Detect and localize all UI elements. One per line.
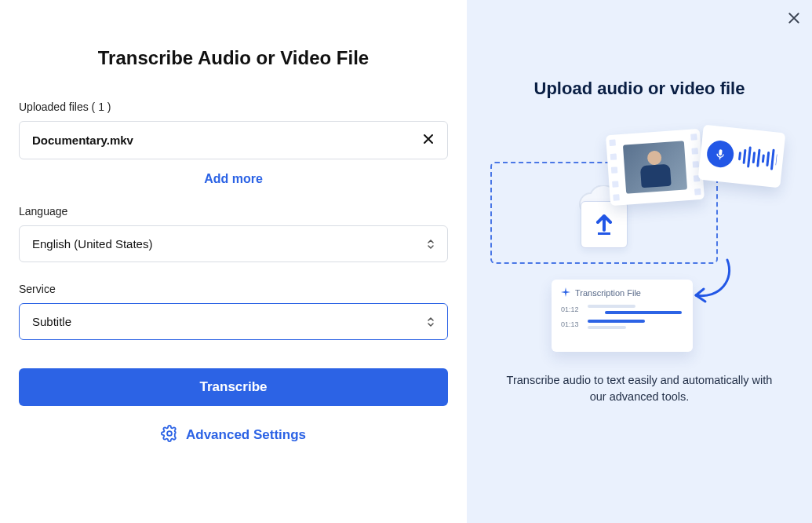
upload-card-icon xyxy=(581,201,628,248)
uploaded-file-row: Documentary.mkv xyxy=(19,121,448,159)
service-select[interactable]: Subtitle xyxy=(19,303,448,340)
advanced-settings-label: Advanced Settings xyxy=(186,427,306,443)
svg-point-0 xyxy=(167,431,172,436)
transcription-line: 01:13 xyxy=(561,320,683,329)
advanced-settings-row[interactable]: Advanced Settings xyxy=(19,425,448,445)
svg-rect-1 xyxy=(598,232,610,235)
close-icon xyxy=(422,133,435,148)
svg-line-5 xyxy=(744,150,745,163)
timestamp: 01:12 xyxy=(561,305,581,313)
transcription-preview-card: Transcription File 01:12 01:13 xyxy=(552,280,693,352)
uploaded-files-label: Uploaded files ( 1 ) xyxy=(19,101,448,113)
video-thumbnail-card xyxy=(606,129,705,206)
gear-icon xyxy=(161,425,178,445)
svg-line-9 xyxy=(763,155,763,162)
transcription-card-title: Transcription File xyxy=(561,287,683,298)
svg-line-7 xyxy=(753,153,754,163)
svg-line-10 xyxy=(767,153,769,166)
left-panel: Transcribe Audio or Video File Uploaded … xyxy=(0,0,467,523)
film-strip-icon xyxy=(609,139,619,200)
right-panel: Upload audio or video file xyxy=(467,0,812,523)
svg-line-4 xyxy=(740,153,741,159)
page-title: Transcribe Audio or Video File xyxy=(19,47,448,69)
svg-rect-2 xyxy=(719,149,723,155)
add-more-button[interactable]: Add more xyxy=(204,172,263,186)
curved-arrow-icon xyxy=(688,256,735,314)
transcribe-button[interactable]: Transcribe xyxy=(19,368,448,406)
svg-line-12 xyxy=(777,155,777,165)
remove-file-button[interactable] xyxy=(422,133,435,148)
updown-icon xyxy=(427,239,435,250)
close-dialog-button[interactable] xyxy=(787,11,801,27)
waveform-icon xyxy=(735,143,777,172)
audio-card xyxy=(698,125,786,188)
service-label: Service xyxy=(19,283,448,295)
svg-line-6 xyxy=(748,148,751,166)
language-label: Language xyxy=(19,205,448,218)
right-description: Transcribe audio to text easily and auto… xyxy=(482,372,796,405)
microphone-icon xyxy=(705,139,734,168)
svg-line-8 xyxy=(758,150,759,166)
transcription-line: 01:12 xyxy=(561,305,683,314)
close-icon xyxy=(787,16,801,27)
uploaded-file-name: Documentary.mkv xyxy=(32,133,133,147)
language-value: English (United States) xyxy=(32,237,152,251)
upload-illustration: Transcription File 01:12 01:13 xyxy=(490,123,788,358)
transcription-card-title-text: Transcription File xyxy=(575,288,641,298)
timestamp: 01:13 xyxy=(561,320,581,328)
svg-line-11 xyxy=(772,150,774,169)
service-value: Subtitle xyxy=(32,315,71,328)
right-title: Upload audio or video file xyxy=(534,79,745,99)
language-select[interactable]: English (United States) xyxy=(19,225,448,262)
sparkle-icon xyxy=(561,287,570,298)
video-thumbnail xyxy=(623,141,687,193)
updown-icon xyxy=(427,316,435,327)
